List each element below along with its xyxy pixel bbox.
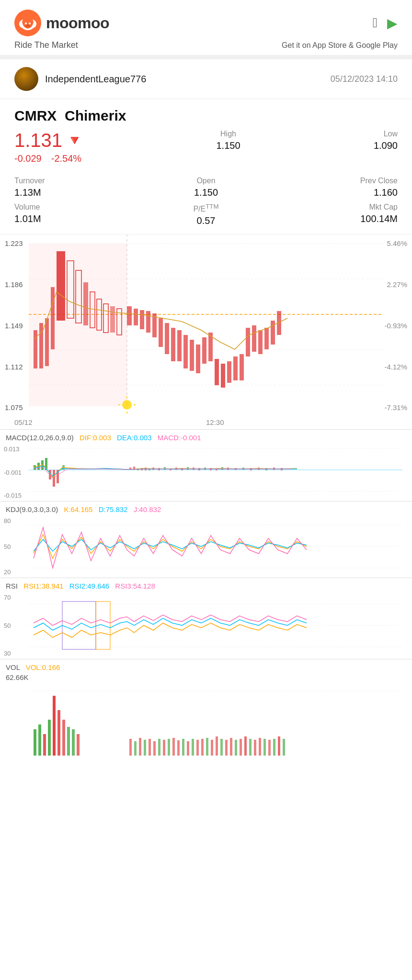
svg-rect-33 bbox=[159, 318, 163, 347]
svg-rect-39 bbox=[196, 345, 200, 373]
rsi-title: RSI RSI1:38.941 RSI2:49.646 RSI3:54.128 bbox=[0, 582, 412, 592]
svg-rect-66 bbox=[53, 470, 55, 487]
low-label: Low bbox=[374, 130, 398, 138]
svg-rect-113 bbox=[72, 729, 75, 756]
j-label: J:40.832 bbox=[134, 505, 161, 513]
macd-svg bbox=[0, 444, 412, 501]
svg-rect-111 bbox=[62, 720, 65, 756]
stock-name: CMRX Chimerix bbox=[14, 108, 398, 124]
vol-chart bbox=[0, 681, 412, 758]
svg-rect-144 bbox=[268, 740, 271, 756]
chart-y-labels-left: 1.223 1.186 1.149 1.112 1.075 bbox=[5, 234, 23, 416]
stats-grid: Turnover 1.13M Open 1.150 Prev Close 1.1… bbox=[0, 172, 412, 234]
username: IndependentLeague776 bbox=[45, 74, 146, 85]
svg-rect-110 bbox=[57, 710, 60, 756]
svg-rect-136 bbox=[230, 738, 232, 756]
mkt-cap-value: 100.14M bbox=[273, 213, 398, 224]
turnover-value: 1.13M bbox=[14, 187, 139, 198]
svg-rect-119 bbox=[149, 739, 151, 756]
high-value: 1.150 bbox=[216, 140, 240, 151]
stock-header: CMRX Chimerix 1.131 🔻 -0.029 -2.54% High… bbox=[0, 99, 412, 172]
svg-rect-106 bbox=[38, 724, 41, 756]
low-group: Low 1.090 bbox=[374, 130, 398, 151]
x-label-time: 12:30 bbox=[206, 418, 224, 426]
svg-rect-43 bbox=[221, 364, 225, 388]
rsi3-label: RSI3:54.128 bbox=[115, 582, 155, 590]
svg-rect-18 bbox=[51, 287, 55, 349]
svg-rect-137 bbox=[235, 740, 237, 756]
header-icons:  ▶ bbox=[373, 15, 398, 31]
prev-close-value: 1.160 bbox=[273, 187, 398, 198]
price-changes: -0.029 -2.54% bbox=[14, 153, 83, 164]
price-row: 1.131 🔻 -0.029 -2.54% High 1.150 Low 1.0… bbox=[14, 130, 398, 164]
macd-title: MACD(12.0,26.0,9.0) DIF:0.003 DEA:0.003 … bbox=[0, 434, 412, 444]
vol-section: VOL VOL:0.166 62.66K bbox=[0, 659, 412, 758]
rsi-chart: 70 50 30 bbox=[0, 592, 412, 659]
google-play-icon[interactable]: ▶ bbox=[387, 15, 398, 31]
macd-value-label: MACD:-0.001 bbox=[158, 434, 201, 442]
svg-rect-132 bbox=[211, 740, 213, 756]
user-left: IndependentLeague776 bbox=[14, 67, 146, 91]
chart-y-labels-right: 5.46% 2.27% -0.93% -4.12% -7.31% bbox=[384, 234, 407, 416]
logo-text: moomoo bbox=[46, 14, 109, 32]
main-chart: 1.223 1.186 1.149 1.112 1.075 5.46% 2.27… bbox=[0, 234, 412, 416]
macd-section: MACD(12.0,26.0,9.0) DIF:0.003 DEA:0.003 … bbox=[0, 429, 412, 501]
svg-rect-15 bbox=[34, 330, 37, 368]
price-change-pct: -2.54% bbox=[51, 153, 81, 164]
kdj-chart: 80 50 20 bbox=[0, 515, 412, 578]
svg-rect-125 bbox=[177, 740, 180, 756]
svg-point-6 bbox=[25, 24, 30, 27]
svg-rect-109 bbox=[53, 696, 56, 756]
svg-rect-138 bbox=[240, 739, 242, 756]
svg-point-5 bbox=[29, 22, 31, 24]
k-label: K:64.165 bbox=[64, 505, 92, 513]
x-label-date: 05/12 bbox=[14, 418, 33, 426]
header: moomoo  ▶ Ride The Market Get it on App… bbox=[0, 0, 412, 56]
svg-rect-17 bbox=[45, 318, 49, 366]
svg-rect-105 bbox=[34, 729, 36, 756]
kdj-label: KDJ(9.0,3.0,3.0) bbox=[6, 505, 58, 513]
mkt-cap-label: Mkt Cap bbox=[273, 203, 398, 212]
y-pct-label-2: -0.93% bbox=[384, 322, 407, 330]
svg-rect-133 bbox=[216, 736, 218, 756]
header-top: moomoo  ▶ bbox=[14, 10, 398, 36]
pe-label: P/ETTM bbox=[144, 203, 268, 213]
svg-rect-146 bbox=[278, 736, 280, 756]
pe-cell: P/ETTM 0.57 bbox=[144, 203, 268, 226]
svg-rect-107 bbox=[43, 734, 46, 756]
volume-cell: Volume 1.01M bbox=[14, 203, 139, 226]
svg-rect-22 bbox=[83, 282, 88, 325]
svg-rect-120 bbox=[153, 741, 156, 756]
svg-rect-116 bbox=[134, 741, 137, 756]
svg-rect-28 bbox=[127, 306, 132, 325]
open-label: Open bbox=[144, 177, 268, 185]
apple-icon[interactable]:  bbox=[373, 15, 378, 31]
y-pct-label-4: -7.31% bbox=[384, 403, 407, 412]
svg-rect-30 bbox=[140, 310, 144, 329]
svg-rect-134 bbox=[220, 739, 223, 756]
svg-point-53 bbox=[122, 400, 132, 410]
macd-label: MACD(12.0,26.0,9.0) bbox=[6, 434, 74, 442]
vol-svg bbox=[0, 681, 412, 758]
svg-rect-115 bbox=[129, 739, 132, 756]
turnover-cell: Turnover 1.13M bbox=[14, 177, 139, 198]
kdj-title: KDJ(9.0,3.0,3.0) K:64.165 D:75.832 J:40.… bbox=[0, 505, 412, 515]
low-value: 1.090 bbox=[374, 140, 398, 151]
volume-value: 1.01M bbox=[14, 213, 139, 224]
svg-rect-36 bbox=[177, 330, 182, 361]
vol-label: VOL bbox=[6, 663, 20, 671]
turnover-label: Turnover bbox=[14, 177, 139, 185]
svg-rect-44 bbox=[227, 361, 231, 383]
app-store-text: Get it on App Store & Google Play bbox=[282, 41, 398, 50]
svg-rect-50 bbox=[264, 328, 269, 349]
mkt-cap-cell: Mkt Cap 100.14M bbox=[273, 203, 398, 226]
dif-label: DIF:0.003 bbox=[80, 434, 111, 442]
header-bottom: Ride The Market Get it on App Store & Go… bbox=[14, 40, 398, 50]
price-left: 1.131 🔻 -0.029 -2.54% bbox=[14, 130, 83, 164]
svg-rect-143 bbox=[263, 739, 266, 756]
svg-rect-118 bbox=[144, 740, 146, 756]
svg-rect-131 bbox=[206, 738, 208, 756]
svg-rect-34 bbox=[165, 323, 169, 354]
chart-x-labels: 05/12 12:30 bbox=[0, 416, 412, 429]
svg-rect-117 bbox=[139, 738, 141, 756]
